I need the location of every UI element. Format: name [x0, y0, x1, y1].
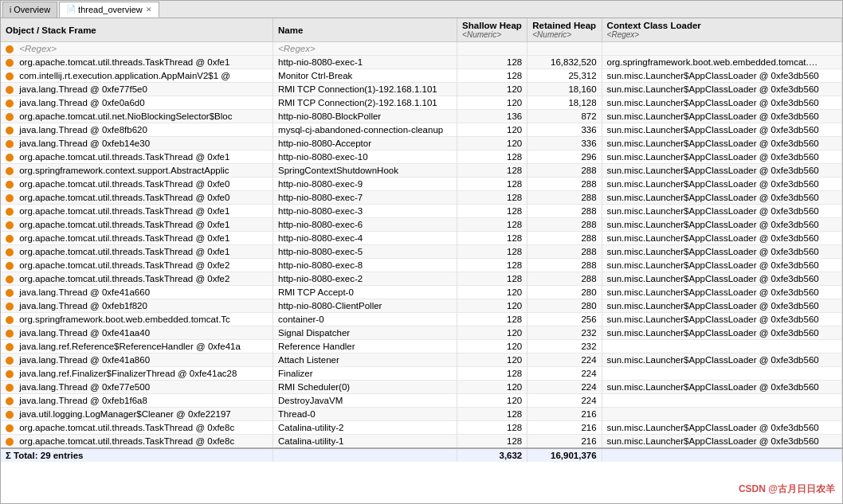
row-icon-28 — [6, 438, 14, 446]
row-icon-26 — [6, 411, 14, 419]
cell-context-28: sun.misc.Launcher$AppClassLoader @ 0xfe3… — [602, 435, 841, 449]
table-row[interactable]: org.apache.tomcat.util.threads.TaskThrea… — [1, 218, 842, 232]
table-row[interactable]: java.lang.Thread @ 0xfe77e500 RMI Schedu… — [1, 381, 842, 394]
cell-context-25 — [602, 394, 841, 408]
table-row[interactable]: org.apache.tomcat.util.threads.TaskThrea… — [1, 56, 842, 69]
col-header-retained[interactable]: Retained Heap <Numeric> — [527, 18, 602, 42]
table-row[interactable]: java.lang.ref.Reference$ReferenceHandler… — [1, 340, 842, 354]
cell-retained-24: 224 — [527, 381, 602, 394]
table-row[interactable]: org.springframework.context.support.Abst… — [1, 164, 842, 178]
table-footer: Σ Total: 29 entries 3,632 16,901,376 — [1, 448, 842, 462]
table-row[interactable]: java.util.logging.LogManager$Cleaner @ 0… — [1, 408, 842, 421]
table-row[interactable]: org.apache.tomcat.util.threads.TaskThrea… — [1, 150, 842, 164]
table-row[interactable]: com.intellij.rt.execution.application.Ap… — [1, 69, 842, 83]
cell-shallow-17: 120 — [457, 286, 527, 299]
cell-context-1: sun.misc.Launcher$AppClassLoader @ 0xfe3… — [602, 69, 841, 83]
cell-name-23: Finalizer — [273, 367, 457, 381]
table-row[interactable]: org.apache.tomcat.util.threads.TaskThrea… — [1, 205, 842, 218]
cell-name-5: mysql-cj-abandoned-connection-cleanup — [273, 123, 457, 137]
cell-shallow-0: 128 — [457, 56, 527, 69]
table-row[interactable]: org.apache.tomcat.util.net.NioBlockingSe… — [1, 110, 842, 123]
table-header-row: Object / Stack Frame Name Shallow Heap <… — [1, 18, 842, 42]
cell-object-18: java.lang.Thread @ 0xfeb1f820 — [1, 299, 273, 313]
cell-name-4: http-nio-8080-BlockPoller — [273, 110, 457, 123]
cell-retained-15: 288 — [527, 259, 602, 272]
row-icon-11 — [6, 208, 14, 216]
table-row[interactable]: java.lang.Thread @ 0xfeb1f6a8 DestroyJav… — [1, 394, 842, 408]
row-icon-22 — [6, 357, 14, 365]
tab-overview[interactable]: i Overview — [2, 2, 57, 18]
table-row[interactable]: org.apache.tomcat.util.threads.TaskThrea… — [1, 245, 842, 259]
cell-object-9: org.apache.tomcat.util.threads.TaskThrea… — [1, 178, 273, 191]
cell-shallow-15: 128 — [457, 259, 527, 272]
cell-object-24: java.lang.Thread @ 0xfe77e500 — [1, 381, 273, 394]
cell-retained-20: 232 — [527, 326, 602, 340]
row-icon-19 — [6, 316, 14, 324]
table-row[interactable]: java.lang.ref.Finalizer$FinalizerThread … — [1, 367, 842, 381]
table-row[interactable]: java.lang.Thread @ 0xfe8fb620 mysql-cj-a… — [1, 123, 842, 137]
cell-shallow-12: 128 — [457, 218, 527, 232]
table-row[interactable]: java.lang.Thread @ 0xfe77f5e0 RMI TCP Co… — [1, 83, 842, 96]
table-row[interactable]: java.lang.Thread @ 0xfeb1f820 http-nio-8… — [1, 299, 842, 313]
col-header-object[interactable]: Object / Stack Frame — [1, 18, 273, 42]
cell-shallow-5: 120 — [457, 123, 527, 137]
row-icon-15 — [6, 262, 14, 270]
cell-context-22: sun.misc.Launcher$AppClassLoader @ 0xfe3… — [602, 354, 841, 367]
cell-context-8: sun.misc.Launcher$AppClassLoader @ 0xfe3… — [602, 164, 841, 178]
table-row[interactable]: org.apache.tomcat.util.threads.TaskThrea… — [1, 232, 842, 245]
col-header-shallow[interactable]: Shallow Heap <Numeric> — [457, 18, 527, 42]
table-row[interactable]: java.lang.Thread @ 0xfe41aa40 Signal Dis… — [1, 326, 842, 340]
cell-name-11: http-nio-8080-exec-3 — [273, 205, 457, 218]
table-row[interactable]: java.lang.Thread @ 0xfe0a6d0 RMI TCP Con… — [1, 96, 842, 110]
table-row[interactable]: org.apache.tomcat.util.threads.TaskThrea… — [1, 178, 842, 191]
cell-context-15: sun.misc.Launcher$AppClassLoader @ 0xfe3… — [602, 259, 841, 272]
row-icon-24 — [6, 384, 14, 392]
table-row[interactable]: org.apache.tomcat.util.threads.TaskThrea… — [1, 435, 842, 449]
cell-name-27: Catalina-utility-2 — [273, 421, 457, 435]
row-icon-9 — [6, 181, 14, 189]
regex-object[interactable]: <Regex> — [1, 42, 273, 56]
table-row[interactable]: org.springframework.boot.web.embedded.to… — [1, 313, 842, 326]
cell-object-25: java.lang.Thread @ 0xfeb1f6a8 — [1, 394, 273, 408]
table-row[interactable]: java.lang.Thread @ 0xfe41a860 Attach Lis… — [1, 354, 842, 367]
col-header-name[interactable]: Name — [273, 18, 457, 42]
cell-name-15: http-nio-8080-exec-8 — [273, 259, 457, 272]
row-icon-13 — [6, 235, 14, 243]
cell-object-11: org.apache.tomcat.util.threads.TaskThrea… — [1, 205, 273, 218]
table-row[interactable]: org.apache.tomcat.util.threads.TaskThrea… — [1, 272, 842, 286]
table-row[interactable]: java.lang.Thread @ 0xfeb14e30 http-nio-8… — [1, 137, 842, 150]
table-row[interactable]: java.lang.Thread @ 0xfe41a660 RMI TCP Ac… — [1, 286, 842, 299]
cell-shallow-20: 120 — [457, 326, 527, 340]
cell-context-2: sun.misc.Launcher$AppClassLoader @ 0xfe3… — [602, 83, 841, 96]
thread-overview-icon: 📄 — [66, 5, 76, 14]
cell-name-9: http-nio-8080-exec-9 — [273, 178, 457, 191]
cell-context-18: sun.misc.Launcher$AppClassLoader @ 0xfe3… — [602, 299, 841, 313]
cell-retained-12: 288 — [527, 218, 602, 232]
regex-context — [602, 42, 841, 56]
tab-close-icon[interactable]: ✕ — [146, 6, 152, 14]
cell-retained-7: 296 — [527, 150, 602, 164]
tab-thread-overview[interactable]: 📄 thread_overview ✕ — [59, 2, 159, 18]
row-icon-20 — [6, 330, 14, 338]
table-row[interactable]: org.apache.tomcat.util.threads.TaskThrea… — [1, 191, 842, 205]
cell-name-1: Monitor Ctrl-Break — [273, 69, 457, 83]
cell-name-21: Reference Handler — [273, 340, 457, 354]
col-header-context[interactable]: Context Class Loader <Regex> — [602, 18, 841, 42]
cell-retained-4: 872 — [527, 110, 602, 123]
cell-shallow-16: 128 — [457, 272, 527, 286]
cell-object-14: org.apache.tomcat.util.threads.TaskThrea… — [1, 245, 273, 259]
cell-shallow-7: 128 — [457, 150, 527, 164]
cell-name-16: http-nio-8080-exec-2 — [273, 272, 457, 286]
regex-name[interactable]: <Regex> — [273, 42, 457, 56]
cell-retained-22: 224 — [527, 354, 602, 367]
cell-context-12: sun.misc.Launcher$AppClassLoader @ 0xfe3… — [602, 218, 841, 232]
table-container[interactable]: Object / Stack Frame Name Shallow Heap <… — [1, 18, 842, 503]
cell-object-28: org.apache.tomcat.util.threads.TaskThrea… — [1, 435, 273, 449]
cell-retained-25: 224 — [527, 394, 602, 408]
total-label: Σ Total: 29 entries — [1, 448, 273, 462]
row-icon-7 — [6, 154, 14, 162]
table-row[interactable]: org.apache.tomcat.util.threads.TaskThrea… — [1, 259, 842, 272]
filter-dot — [6, 45, 14, 53]
table-row[interactable]: org.apache.tomcat.util.threads.TaskThrea… — [1, 421, 842, 435]
cell-retained-3: 18,128 — [527, 96, 602, 110]
